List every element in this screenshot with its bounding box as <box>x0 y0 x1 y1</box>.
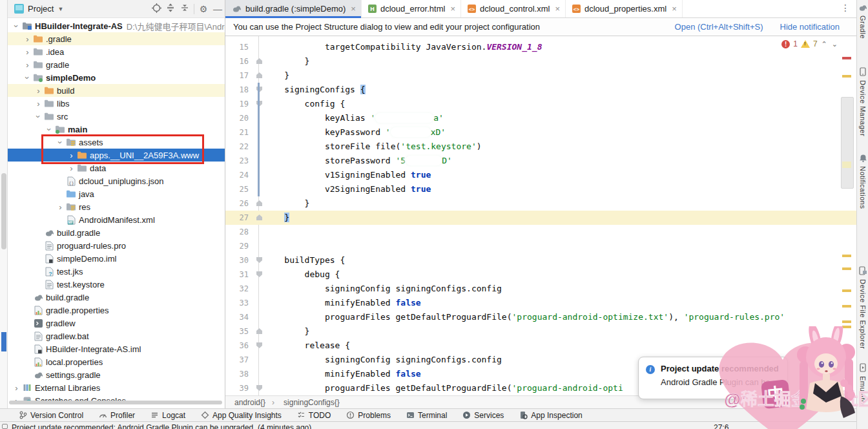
fold-marker-icon[interactable] <box>256 342 262 348</box>
tree-item-java[interactable]: java <box>8 187 225 200</box>
code-line-30[interactable]: 30 buildTypes { <box>225 253 856 267</box>
breadcrumb-item[interactable]: android{} <box>234 398 265 407</box>
inspections-widget[interactable]: ! 1 7 ⌃ ⌄ <box>781 39 838 48</box>
close-icon[interactable]: × <box>450 4 455 14</box>
upgrade-link[interactable]: upg <box>772 377 787 387</box>
editor-scrollbar-thumb[interactable] <box>841 97 854 189</box>
tree-item-test-jks[interactable]: ?test.jks <box>8 265 225 278</box>
code-line-18[interactable]: 18 signingConfigs { <box>225 83 856 97</box>
stripe-device-manager[interactable]: Device Manager <box>857 67 868 136</box>
tree-item-src[interactable]: ›src <box>8 110 225 123</box>
toolbar-todo[interactable]: TODO <box>297 411 331 420</box>
open-project-structure-link[interactable]: Open (Ctrl+Alt+Shift+S) <box>675 22 763 32</box>
tree-item-hbuilder-integrate-as[interactable]: ›HBuilder-Integrate-ASD:\九纯健电子秤项目\Androi <box>8 19 225 32</box>
code-line-17[interactable]: 17 } <box>225 68 856 83</box>
tree-item-apps-uni-2a59f3a-www[interactable]: ›apps.__UNI__2A59F3A.www <box>8 149 225 162</box>
breadcrumb-item[interactable]: signingConfigs{} <box>284 398 340 407</box>
prev-problem-icon[interactable]: ⌃ <box>821 40 828 48</box>
code-line-25[interactable]: 25 v2SigningEnabled true <box>225 182 856 196</box>
tree-item-proguard-rules-pro[interactable]: proguard-rules.pro <box>8 239 225 252</box>
tree-item-data[interactable]: ›data <box>8 162 225 174</box>
tree-item-local-properties[interactable]: local.properties <box>8 355 225 368</box>
toolbar-app-quality-insights[interactable]: App Quality Insights <box>201 411 282 420</box>
code-line-28[interactable]: 28 <box>225 225 856 239</box>
tree-item-scratches-and-consoles[interactable]: ›Scratches and Consoles <box>8 394 225 401</box>
tree-item-res[interactable]: ›res <box>8 200 225 213</box>
tree-chevron-icon[interactable]: › <box>56 203 65 211</box>
code-line-33[interactable]: 33 minifyEnabled false <box>225 296 856 310</box>
close-icon[interactable]: × <box>672 4 677 14</box>
tree-item-androidmanifest-xml[interactable]: MFAndroidManifest.xml <box>8 213 225 226</box>
tree-item-dcloud-uniplugins-json[interactable]: {}dcloud_uniplugins.json <box>8 174 225 187</box>
code-line-34[interactable]: 34 proguardFiles getDefaultProguardFile(… <box>225 310 856 324</box>
fold-marker-icon[interactable] <box>256 58 262 64</box>
code-line-35[interactable]: 35 } <box>225 324 856 339</box>
toolbar-version-control[interactable]: Version Control <box>19 411 83 420</box>
fold-marker-icon[interactable] <box>256 385 262 391</box>
tree-chevron-icon[interactable]: › <box>56 138 65 147</box>
tree-item-simpledemo[interactable]: ›simpleDemo <box>8 71 225 84</box>
code-line-15[interactable]: 15 targetCompatibility JavaVersion.VERSI… <box>225 40 856 54</box>
tree-item-hbuilder-integrate-as-iml[interactable]: HBuilder-Integrate-AS.iml <box>8 342 225 355</box>
code-line-32[interactable]: 32 signingConfig signingConfigs.config <box>225 282 856 296</box>
caret-position[interactable]: 27:6 <box>714 423 728 429</box>
tab-dcloud-control-xml[interactable]: <>dcloud_control.xml× <box>461 0 566 17</box>
code-line-26[interactable]: 26 } <box>225 196 856 211</box>
toolbar-services[interactable]: Services <box>462 411 504 420</box>
tree-chevron-icon[interactable]: › <box>45 125 54 134</box>
event-log-icon[interactable] <box>2 424 8 429</box>
code-line-19[interactable]: 19 config { <box>225 97 856 111</box>
tree-item-gradlew[interactable]: gradlew <box>8 317 225 330</box>
tree-chevron-icon[interactable]: › <box>12 384 21 392</box>
tree-vertical-scrollbar[interactable] <box>0 0 8 408</box>
toolbar-problems[interactable]: Problems <box>346 411 391 420</box>
tree-item--idea[interactable]: ›.idea <box>8 45 225 58</box>
tree-item-test-keystore[interactable]: test.keystore <box>8 278 225 291</box>
expand-all-icon[interactable] <box>163 3 178 14</box>
code-line-23[interactable]: 23 storePassword '5D' <box>225 154 856 168</box>
tab-build-gradle-simpledemo-[interactable]: build.gradle (:simpleDemo)× <box>225 0 362 17</box>
toolbar-app-inspection[interactable]: App Inspection <box>519 411 582 420</box>
tree-item-settings-gradle[interactable]: settings.gradle <box>8 368 225 381</box>
fold-marker-icon[interactable] <box>256 257 262 263</box>
fold-marker-icon[interactable] <box>256 72 262 78</box>
toolbar-profiler[interactable]: Profiler <box>99 411 135 420</box>
hide-notification-link[interactable]: Hide notification <box>780 22 840 32</box>
stripe-device-file-explorer[interactable]: Device File Explorer <box>857 266 868 349</box>
fold-marker-icon[interactable] <box>256 271 262 277</box>
tab-overflow-icon[interactable]: ⋮ <box>841 0 856 17</box>
code-line-31[interactable]: 31 debug { <box>225 267 856 282</box>
chevron-down-icon[interactable]: ▼ <box>57 6 63 12</box>
stripe-notifications[interactable]: Notifications <box>857 154 868 209</box>
close-icon[interactable]: × <box>555 4 560 14</box>
tree-chevron-icon[interactable]: › <box>23 35 32 43</box>
code-line-27[interactable]: 27 } <box>225 211 856 225</box>
tree-item-build[interactable]: ›build <box>8 84 225 97</box>
tab-dcloud-properties-xml[interactable]: <>dcloud_properties.xml× <box>566 0 683 17</box>
next-problem-icon[interactable]: ⌄ <box>831 40 838 48</box>
tree-horizontal-scrollbar[interactable] <box>9 401 222 404</box>
tree-chevron-icon[interactable]: › <box>34 99 43 108</box>
tree-item-build-gradle[interactable]: build.gradle <box>8 226 225 239</box>
tree-chevron-icon[interactable]: › <box>34 87 43 95</box>
close-icon[interactable]: × <box>351 4 356 14</box>
tree-chevron-icon[interactable]: › <box>67 164 76 173</box>
tree-chevron-icon[interactable]: › <box>34 112 43 121</box>
code-line-16[interactable]: 16 } <box>225 54 856 68</box>
tree-item-simpledemo-iml[interactable]: simpleDemo.iml <box>8 252 225 265</box>
code-line-22[interactable]: 22 storeFile file('test.keystore') <box>225 140 856 154</box>
tree-chevron-icon[interactable]: › <box>23 73 32 83</box>
toolbar-logcat[interactable]: Logcat <box>150 411 185 420</box>
locate-file-icon[interactable] <box>149 3 163 15</box>
code-line-36[interactable]: 36 release { <box>225 339 856 353</box>
tree-item-gradle[interactable]: ›gradle <box>8 58 225 71</box>
update-popup[interactable]: i Project update recommended Android Gra… <box>638 357 788 399</box>
tree-item-gradle-properties[interactable]: gradle.properties <box>8 304 225 317</box>
tree-item-libs[interactable]: ›libs <box>8 97 225 110</box>
status-message[interactable]: Project update recommended: Android Grad… <box>12 423 311 429</box>
editor-scrollbar[interactable] <box>840 36 856 395</box>
tree-chevron-icon[interactable]: › <box>23 61 32 69</box>
project-panel-title[interactable]: Project <box>28 4 54 14</box>
code-line-29[interactable]: 29 <box>225 239 856 253</box>
tab-dcloud-error-html[interactable]: Hdcloud_error.html× <box>362 0 461 17</box>
